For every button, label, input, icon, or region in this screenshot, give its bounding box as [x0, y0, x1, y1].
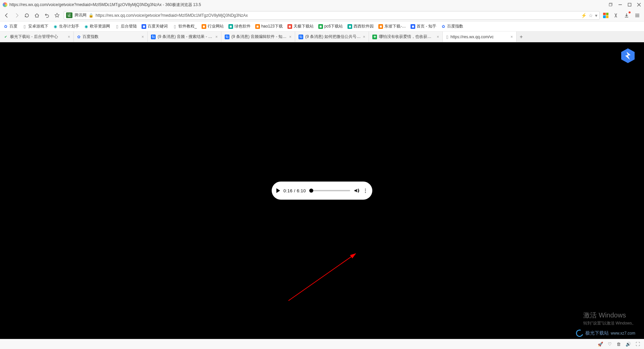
tab-close-icon[interactable]: ×: [511, 35, 513, 39]
window-minimize-icon[interactable]: [618, 2, 623, 7]
window-pin-icon[interactable]: [608, 2, 613, 7]
bookmark-item[interactable]: ■绿色软件: [228, 23, 251, 29]
site-watermark: 极光下载站 www.xz7.com: [576, 330, 635, 337]
bookmark-item[interactable]: ✿百度指数: [441, 23, 463, 29]
tab-label: (9 条消息) 音频编辑软件 - 知…: [231, 34, 287, 40]
favicon: ■: [228, 24, 233, 29]
window-maximize-icon[interactable]: [627, 2, 632, 7]
audio-player: 0:16 / 6:10: [272, 182, 372, 200]
nav-reload-icon[interactable]: [23, 12, 30, 19]
address-bar[interactable]: 证 腾讯网 🔒 https://res.wx.qq.com/voice/getv…: [64, 11, 600, 20]
seek-bar[interactable]: [309, 190, 350, 191]
bookmark-item[interactable]: ◉生存计划手: [53, 23, 79, 29]
windows-activation-watermark: 激活 Windows 转到"设置"以激活 Windows。: [583, 311, 636, 326]
window-close-icon[interactable]: [637, 2, 641, 7]
bookmark-label: 软件教程_: [178, 23, 197, 29]
check-icon: ✔: [3, 35, 8, 39]
bookmark-item[interactable]: ■pc6下载站: [318, 23, 343, 29]
bookmark-item[interactable]: ▯后台登陆: [115, 23, 137, 29]
doc-icon: ▯: [115, 24, 119, 29]
tab-label: 哪怕没有收获爱情，也收获…: [379, 34, 435, 40]
bookmark-label: 百度指数: [447, 23, 463, 29]
bookmark-item[interactable]: ■百度关键词: [142, 23, 168, 29]
player-menu-icon[interactable]: [363, 189, 368, 193]
bookmark-item[interactable]: ✿百度: [3, 23, 17, 29]
svg-rect-1: [609, 4, 612, 6]
bookmark-label: 欧菲资源网: [90, 23, 110, 29]
bookmark-item[interactable]: ■西西软件园: [347, 23, 374, 29]
bookmark-item[interactable]: ▯安卓游戏下: [22, 23, 48, 29]
bookmark-item[interactable]: ▯软件教程_: [172, 23, 197, 29]
play-button[interactable]: [276, 188, 280, 193]
paw-icon: ✿: [3, 24, 8, 29]
nav-star-icon[interactable]: [54, 12, 60, 19]
status-heart-icon[interactable]: ♡: [608, 342, 612, 347]
bookmark-label: 生存计划手: [59, 23, 79, 29]
cert-badge: 证: [66, 12, 72, 18]
bookmark-label: 西西软件园: [354, 23, 374, 29]
browser-tab[interactable]: ▯https://res.wx.qq.com/vc×: [443, 32, 517, 42]
annotation-arrow: [285, 247, 386, 307]
address-dropdown-icon[interactable]: ▾: [595, 13, 597, 18]
status-rocket-icon[interactable]: 🚀: [598, 342, 603, 347]
window-title: https://res.wx.qq.com/voice/getvoice?med…: [9, 2, 201, 8]
browser-tab[interactable]: 知(9 条消息) 如何把微信公共号…×: [295, 32, 369, 42]
status-fullscreen-icon[interactable]: ⛶: [636, 342, 640, 347]
bookmark-item[interactable]: ■行业网站: [202, 23, 224, 29]
paw-icon: ✿: [77, 35, 80, 39]
paw-icon: ✿: [441, 24, 446, 29]
orbit-icon: ◉: [53, 24, 58, 29]
status-sound-icon[interactable]: 🔊: [626, 342, 631, 347]
tab-close-icon[interactable]: ×: [363, 35, 365, 39]
browser-tab[interactable]: 知(9 条消息) 音频 - 搜索结果 - …×: [148, 32, 221, 42]
bookmark-label: 安卓游戏下: [28, 23, 48, 29]
address-lightning-icon[interactable]: ⚡: [581, 13, 587, 18]
tab-label: 极光下载站 - 后台管理中心: [10, 34, 66, 40]
app-icon: [3, 2, 7, 7]
nav-undo-icon[interactable]: [44, 12, 50, 19]
site-label: 腾讯网: [74, 12, 87, 18]
bookmark-label: 首页 - 知乎: [417, 23, 436, 29]
player-time: 0:16 / 6:10: [283, 188, 306, 193]
bookmark-label: 后台登陆: [121, 23, 137, 29]
tab-close-icon[interactable]: ×: [437, 35, 439, 39]
tab-label: (9 条消息) 如何把微信公共号…: [305, 34, 361, 40]
browser-tab[interactable]: ✿百度指数×: [74, 32, 148, 42]
tab-close-icon[interactable]: ×: [68, 35, 70, 39]
bookmark-label: hao123下载: [261, 23, 283, 29]
tab-close-icon[interactable]: ×: [215, 35, 218, 39]
bookmark-item[interactable]: ■hao123下载: [255, 23, 283, 29]
zhihu-icon: 知: [151, 35, 156, 39]
nav-back-icon[interactable]: [3, 12, 10, 19]
orbit-icon: ◉: [84, 24, 89, 29]
tab-close-icon[interactable]: ×: [289, 35, 291, 39]
wechat-icon: ❖: [372, 35, 377, 39]
tab-label: https://res.wx.qq.com/vc: [450, 35, 508, 39]
download-icon[interactable]: [623, 12, 630, 19]
browser-tab[interactable]: ❖哪怕没有收获爱情，也收获…×: [369, 32, 443, 42]
status-trash-icon[interactable]: 🗑: [616, 342, 621, 347]
menu-icon[interactable]: [634, 12, 641, 19]
apps-icon[interactable]: [603, 13, 608, 18]
bookmark-item[interactable]: ■天极下载站: [287, 23, 314, 29]
lock-icon: 🔒: [89, 13, 94, 18]
nav-home-icon[interactable]: [34, 12, 40, 19]
nav-forward-icon[interactable]: [13, 12, 20, 19]
browser-tab[interactable]: ✔极光下载站 - 后台管理中心×: [0, 32, 74, 42]
screenshot-icon[interactable]: [612, 12, 619, 19]
volume-icon[interactable]: [354, 188, 360, 194]
site-logo-icon: [575, 328, 584, 338]
bookmark-item[interactable]: ■东坡下载-…: [378, 23, 406, 29]
favicon: ■: [202, 24, 206, 29]
bookmark-item[interactable]: ■首页 - 知乎: [411, 23, 436, 29]
browser-tab[interactable]: 知(9 条消息) 音频编辑软件 - 知…×: [221, 32, 295, 42]
tab-close-icon[interactable]: ×: [142, 35, 144, 39]
bookmark-item[interactable]: ◉欧菲资源网: [84, 23, 110, 29]
new-tab-button[interactable]: +: [517, 32, 526, 42]
tab-label: 百度指数: [83, 34, 140, 40]
thunder-badge-icon: [620, 48, 636, 64]
address-bookmark-icon[interactable]: ☆: [589, 13, 593, 18]
bookmark-label: 百度: [9, 23, 17, 29]
zhihu-icon: 知: [225, 35, 229, 39]
bookmark-label: pc6下载站: [324, 23, 343, 29]
